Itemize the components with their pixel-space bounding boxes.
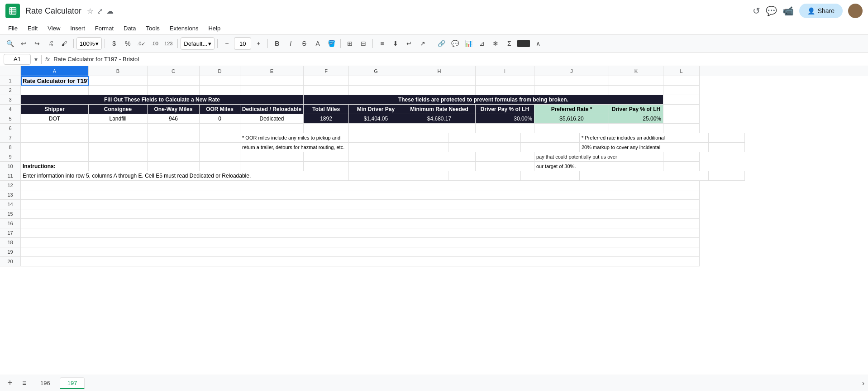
formula-btn[interactable]: Σ xyxy=(503,37,515,50)
menu-format[interactable]: Format xyxy=(91,24,118,33)
cell-reference[interactable] xyxy=(4,54,31,65)
cell-J6[interactable] xyxy=(534,124,609,133)
redo-btn[interactable]: ↪ xyxy=(31,37,43,50)
col-header-E[interactable]: E xyxy=(240,66,304,76)
cell-G10[interactable] xyxy=(349,162,403,171)
italic-btn[interactable]: I xyxy=(284,37,297,50)
folder-icon[interactable]: ⤤ xyxy=(97,7,103,15)
cell-I6[interactable] xyxy=(476,124,534,133)
strikethrough-btn[interactable]: S xyxy=(298,37,310,50)
cell-I10[interactable] xyxy=(476,162,534,171)
col-header-G[interactable]: G xyxy=(349,66,403,76)
menu-file[interactable]: File xyxy=(4,24,22,33)
cell-D7[interactable] xyxy=(200,133,240,143)
cell-I9[interactable] xyxy=(476,152,534,162)
cell-A3[interactable]: Fill Out These Fields to Calculate a New… xyxy=(21,95,304,105)
cell-J10[interactable]: our target of 30%. xyxy=(534,162,663,171)
menu-edit[interactable]: Edit xyxy=(23,24,42,33)
cell-I11[interactable] xyxy=(521,171,580,181)
cell-D10[interactable] xyxy=(200,162,240,171)
cell-A6[interactable] xyxy=(21,124,89,133)
cell-A1[interactable]: Rate Calculator for T197 - Bristol xyxy=(21,76,89,86)
cell-17[interactable] xyxy=(21,228,700,238)
col-header-K[interactable]: K xyxy=(609,66,663,76)
meet-icon[interactable]: 📹 xyxy=(782,5,794,16)
cell-I2[interactable] xyxy=(476,86,534,95)
cell-L2[interactable] xyxy=(663,86,700,95)
decimal-inc-btn[interactable]: .00 xyxy=(148,37,161,50)
cell-E9[interactable] xyxy=(240,152,304,162)
filter-btn[interactable]: ⊿ xyxy=(476,37,488,50)
cell-D2[interactable] xyxy=(200,86,240,95)
paint-format-btn[interactable]: 🖌 xyxy=(58,37,71,50)
col-header-L[interactable]: L xyxy=(663,66,700,76)
cell-B10[interactable] xyxy=(89,162,148,171)
cell-G4[interactable]: Min Driver Pay xyxy=(349,105,403,114)
cell-H8[interactable] xyxy=(448,143,521,152)
cell-16[interactable] xyxy=(21,219,700,228)
cell-G11[interactable] xyxy=(394,171,448,181)
col-header-B[interactable]: B xyxy=(89,66,148,76)
cell-D4[interactable]: OOR Miles xyxy=(200,105,240,114)
cell-J5[interactable]: $5,616.20 xyxy=(534,114,609,124)
cell-A2[interactable] xyxy=(21,86,89,95)
cell-K5[interactable]: 25.00% xyxy=(609,114,663,124)
cell-K4[interactable]: Driver Pay % of LH xyxy=(609,105,663,114)
format-num-btn[interactable]: 123 xyxy=(162,37,175,50)
cell-J8[interactable]: 20% markup to cover any incidental xyxy=(580,143,709,152)
star-icon[interactable]: ☆ xyxy=(87,7,93,15)
comment-icon[interactable]: 💬 xyxy=(766,5,777,16)
cell-F9[interactable] xyxy=(304,152,349,162)
cell-L5[interactable] xyxy=(663,114,700,124)
cell-B5[interactable]: Landfill xyxy=(89,114,148,124)
col-header-J[interactable]: J xyxy=(534,66,609,76)
cell-A11[interactable]: Enter information into row 5, columns A … xyxy=(21,171,349,181)
cell-C10[interactable] xyxy=(148,162,200,171)
cell-H4[interactable]: Minimum Rate Needed xyxy=(403,105,476,114)
color-swatch-btn[interactable] xyxy=(517,40,530,47)
cell-J7[interactable]: * Preferred rate includes an additional xyxy=(580,133,709,143)
cloud-icon[interactable]: ☁ xyxy=(106,7,114,15)
cell-F4[interactable]: Total Miles xyxy=(304,105,349,114)
percent-btn[interactable]: % xyxy=(121,37,134,50)
cell-E10[interactable] xyxy=(240,162,304,171)
cell-L10[interactable] xyxy=(663,162,700,171)
cell-H1[interactable] xyxy=(403,76,476,86)
cell-L9[interactable] xyxy=(663,152,700,162)
cell-H9[interactable] xyxy=(403,152,476,162)
bold-btn[interactable]: B xyxy=(271,37,283,50)
menu-tools[interactable]: Tools xyxy=(141,24,164,33)
cell-F10[interactable] xyxy=(304,162,349,171)
currency-btn[interactable]: $ xyxy=(108,37,120,50)
menu-data[interactable]: Data xyxy=(119,24,140,33)
cell-I8[interactable] xyxy=(521,143,580,152)
menu-insert[interactable]: Insert xyxy=(66,24,90,33)
cell-F2[interactable] xyxy=(304,86,349,95)
cell-A5[interactable]: DOT xyxy=(21,114,89,124)
cell-12[interactable] xyxy=(21,181,700,190)
cell-D1[interactable] xyxy=(200,76,240,86)
cell-B1[interactable] xyxy=(89,76,148,86)
cell-F7[interactable] xyxy=(349,133,394,143)
col-header-D[interactable]: D xyxy=(200,66,240,76)
cell-19[interactable] xyxy=(21,247,700,257)
cell-B8[interactable] xyxy=(89,143,148,152)
cell-G6[interactable] xyxy=(349,124,403,133)
cell-L1[interactable] xyxy=(663,76,700,86)
text-color-btn[interactable]: A xyxy=(311,37,324,50)
cell-H5[interactable]: $4,680.17 xyxy=(403,114,476,124)
menu-help[interactable]: Help xyxy=(204,24,225,33)
cell-L7[interactable] xyxy=(709,133,745,143)
cell-F3[interactable]: These fields are protected to prevent fo… xyxy=(304,95,663,105)
decimal-dec-btn[interactable]: .0↙ xyxy=(135,37,148,50)
cell-D9[interactable] xyxy=(200,152,240,162)
cell-L11[interactable] xyxy=(709,171,745,181)
cell-I7[interactable] xyxy=(521,133,580,143)
cell-B4[interactable]: Consignee xyxy=(89,105,148,114)
cell-B2[interactable] xyxy=(89,86,148,95)
cell-E8[interactable]: return a trailer, detours for hazmat rou… xyxy=(240,143,349,152)
cell-J1[interactable] xyxy=(534,76,609,86)
cell-H11[interactable] xyxy=(448,171,521,181)
freeze-btn[interactable]: ❄ xyxy=(489,37,502,50)
cell-C7[interactable] xyxy=(148,133,200,143)
